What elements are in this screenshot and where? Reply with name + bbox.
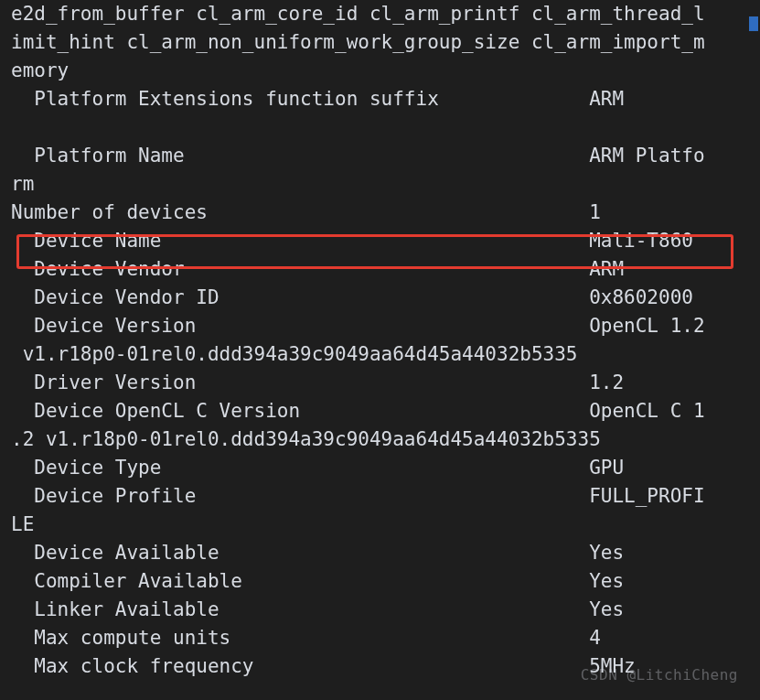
scrollbar-track[interactable] xyxy=(745,0,760,700)
scrollbar-thumb[interactable] xyxy=(749,16,758,31)
terminal-output: e2d_from_buffer cl_arm_core_id cl_arm_pr… xyxy=(11,0,705,681)
